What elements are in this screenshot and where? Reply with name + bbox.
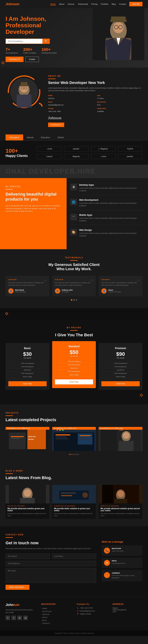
footer-address: 📍 Tejgaon Dhaka [77,613,107,615]
pricing-standard-btn[interactable]: Order Now [55,380,93,384]
project-grid: FACEBOOK AD TEMPLATE Shal Your Ide Boi F… [5,427,143,451]
client-logo-6: ○ circle [91,154,116,159]
project-dot-4[interactable] [77,454,79,455]
contact-fname[interactable] [5,554,50,559]
hero-content: I Am Johnson, Professional Developer 🔍 7… [5,16,81,62]
author-avatar-1: 👤 [55,288,60,294]
search-button[interactable]: 🔍 [43,39,50,44]
about-phone: PHONE +000 1234, 7896 [48,108,93,113]
pricing-basic-btn[interactable]: Order Now [8,381,47,386]
project-dot-1[interactable] [72,454,73,455]
client-logo-1: pareteil. [64,146,89,152]
about-heading: Senior Web Developer New York [48,80,143,85]
project-label-2: FACEBOOK AD TEMPLATE [99,427,143,430]
svg-point-50 [24,489,31,497]
nav-blog[interactable]: Blog [112,3,116,5]
project-label-0: FACEBOOK AD TEMPLATE [5,427,49,430]
hero-diamond-deco [2,62,4,64]
tabs: Description Awards Education Skillset [5,134,143,140]
svg-rect-38 [79,437,89,438]
contact-email-text: EMAIL example@gmail.com [112,560,126,564]
nav-pricing[interactable]: Pricing [91,3,98,5]
about-education: EDUCATION B.Sc [97,101,143,106]
projects-line [5,416,13,416]
tabs-section: Description Awards Education Skillset [0,134,148,140]
svg-rect-4 [111,16,126,22]
services-right: 🖥 Desktop Apps Lorem ipsum dolor sit ame… [67,178,148,249]
footer-link-about[interactable]: ABOUT [41,616,72,619]
hero-search-bar: 🔍 [5,39,81,44]
social-facebook[interactable]: f [5,616,10,620]
project-dot-2[interactable] [74,454,74,455]
contact-message[interactable] [5,568,96,583]
pricing-heading: I Give You The Best [5,332,143,338]
footer: Johnson We provide advanced solution gro… [0,597,148,630]
contact-lname[interactable] [52,554,96,559]
author-avatar-0: 👤 [8,288,13,294]
contact-email[interactable] [5,561,96,566]
blog-card-1: 31 MARCH 2021 • BY JOHN ADMIN We provide… [52,485,96,519]
contact-description: We provide advanced solution grown your … [5,547,96,550]
nav-contact[interactable]: Contact [119,3,126,5]
footer-email-icon: ✉ [77,610,78,612]
footer-link-home[interactable]: HOME [41,607,72,610]
search-input[interactable] [5,39,43,44]
footer-link-blog[interactable]: BLOG [41,619,72,622]
footer-logo: Johnson [5,603,36,607]
services-label: MY SERVICE [5,186,61,188]
nav-testimonial[interactable]: Testimonial [78,3,88,5]
download-cv-button[interactable]: Download CV [5,57,23,62]
blog-svg-0 [9,485,46,504]
tab-awards[interactable]: Awards [23,134,37,140]
hero-stats: 7+ Year Experience 200+ Project Complete… [5,47,81,54]
project-dot-0[interactable] [69,454,71,455]
contact-label: CONTACT NOW [5,534,143,536]
nav-service[interactable]: Service [68,3,74,5]
nav-home[interactable]: Home [50,3,56,6]
tab-skillset[interactable]: Skillset [54,134,68,140]
project-dot-3[interactable] [75,454,76,455]
hire-button[interactable]: Hire Me [129,2,143,6]
site-logo[interactable]: Johnson [5,2,19,6]
social-youtube[interactable]: yt [23,616,28,620]
project-nav [5,454,143,455]
social-linkedin[interactable]: in [17,616,22,620]
footer-email: ✉ example@gmail.com [77,610,107,612]
testimonial-dot-1[interactable] [73,299,75,301]
client-logo-3: PayPal [118,146,143,152]
social-twitter[interactable]: t [11,616,16,620]
blog-title-1: We provide better solution to grown your… [54,508,94,512]
service-item-0: 🖥 Desktop Apps Lorem ipsum dolor sit ame… [70,184,144,195]
about-download-btn[interactable]: Download CV [48,122,64,127]
author-avatar-2: 👤 [101,288,107,294]
contact-line [5,537,13,538]
contact-left: Get in touch now We provide advanced sol… [5,540,96,590]
footer-link-contact[interactable]: CONTACT [41,622,72,625]
tab-description[interactable]: Description [5,134,23,140]
footer-address-icon: 📍 [77,613,79,615]
svg-rect-39 [79,439,90,440]
contact-submit-btn[interactable]: SEND MESSAGE → [5,585,29,590]
footer-link-portfolio[interactable]: PORTFOLIO [41,610,72,613]
testimonial-dot-active[interactable] [71,299,72,301]
about-name: NAME Johnson [48,95,93,100]
blog-heading: Latest News From Blog. [5,476,143,480]
nav-about[interactable]: About [59,3,64,5]
about-avatar-container [5,75,43,108]
svg-rect-27 [11,438,20,439]
about-orange-line [48,78,56,79]
email-icon: ✉ [104,560,110,566]
nav-portfolio[interactable]: Portfolio [101,3,108,5]
blog-card-0: 30TH JAN • BY JOHN ADMIN We provide adva… [5,485,49,519]
svg-rect-33 [56,434,70,436]
stat-experience: 7+ Year Experience [5,47,18,54]
testimonial-dot-2[interactable] [76,299,77,301]
contact-button[interactable]: Contact [25,57,39,62]
footer-link-service[interactable]: SERVICE [41,613,72,616]
project-thumb-1: FACEBOOK AD TEMPLATE [52,427,96,451]
copyright-text: Copyright © 2021 Company name. All right… [54,632,94,634]
pricing-premium-btn[interactable]: Order Now [101,381,140,386]
tab-education[interactable]: Education [37,134,54,140]
project-svg-2: Your [100,427,141,451]
svg-rect-43 [119,441,134,451]
